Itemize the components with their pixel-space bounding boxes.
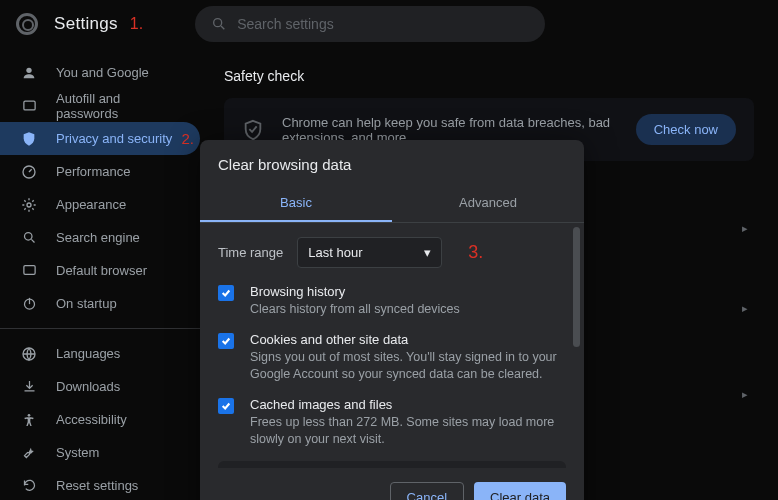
sidebar-item-label: Downloads xyxy=(56,379,120,394)
dialog-title: Clear browsing data xyxy=(200,140,584,173)
svg-point-12 xyxy=(28,414,31,417)
sidebar-item-label: Default browser xyxy=(56,263,147,278)
person-icon xyxy=(20,64,38,82)
download-icon xyxy=(20,378,38,396)
scrollbar[interactable] xyxy=(573,227,580,347)
checkbox-cached[interactable] xyxy=(218,398,234,414)
sidebar-item-downloads[interactable]: Downloads xyxy=(0,370,200,403)
sidebar-item-label: Autofill and passwords xyxy=(56,91,180,121)
sidebar-item-label: On startup xyxy=(56,296,117,311)
shield-check-icon xyxy=(242,119,264,141)
sidebar-item-appearance[interactable]: Appearance xyxy=(0,188,200,221)
annotation-1: 1. xyxy=(130,15,143,33)
checkbox-title: Cached images and files xyxy=(250,397,566,412)
performance-icon xyxy=(20,163,38,181)
sidebar-item-label: Reset settings xyxy=(56,478,138,493)
checkbox-title: Browsing history xyxy=(250,284,566,299)
search-icon xyxy=(211,16,227,32)
sidebar-item-default-browser[interactable]: Default browser xyxy=(0,254,200,287)
sidebar-item-privacy-security[interactable]: Privacy and security2. xyxy=(0,122,200,155)
svg-rect-3 xyxy=(23,101,34,110)
sidebar: You and Google Autofill and passwords Pr… xyxy=(0,48,200,500)
svg-line-1 xyxy=(221,26,224,29)
checkbox-title: Cookies and other site data xyxy=(250,332,566,347)
svg-point-0 xyxy=(214,19,222,27)
google-account-notice: G Search history and other forms of acti… xyxy=(218,461,566,468)
page-title: Settings xyxy=(54,14,118,34)
tab-advanced[interactable]: Advanced xyxy=(392,185,584,222)
sidebar-item-label: Accessibility xyxy=(56,412,127,427)
annotation-2: 2. xyxy=(181,130,194,147)
sidebar-item-label: Languages xyxy=(56,346,120,361)
sidebar-item-system[interactable]: System xyxy=(0,436,200,469)
svg-rect-8 xyxy=(23,266,34,275)
shield-icon xyxy=(20,130,38,148)
time-range-select[interactable]: Last hour ▾ xyxy=(297,237,442,268)
cancel-button[interactable]: Cancel xyxy=(390,482,464,500)
sidebar-item-label: Appearance xyxy=(56,197,126,212)
sidebar-item-on-startup[interactable]: On startup xyxy=(0,287,200,320)
svg-line-7 xyxy=(31,239,34,242)
sidebar-item-label: Privacy and security xyxy=(56,131,172,146)
globe-icon xyxy=(20,345,38,363)
power-icon xyxy=(20,295,38,313)
appearance-icon xyxy=(20,196,38,214)
sidebar-item-label: System xyxy=(56,445,99,460)
autofill-icon xyxy=(20,97,38,115)
chevron-right-icon[interactable]: ▸ xyxy=(742,388,748,401)
sidebar-item-autofill[interactable]: Autofill and passwords xyxy=(0,89,200,122)
check-now-button[interactable]: Check now xyxy=(636,114,736,145)
browser-icon xyxy=(20,262,38,280)
accessibility-icon xyxy=(20,411,38,429)
sidebar-item-languages[interactable]: Languages xyxy=(0,337,200,370)
sidebar-item-label: Search engine xyxy=(56,230,140,245)
svg-point-6 xyxy=(24,233,32,241)
time-range-label: Time range xyxy=(218,245,283,260)
clear-browsing-data-dialog: Clear browsing data Basic Advanced Time … xyxy=(200,140,584,500)
clear-data-button[interactable]: Clear data xyxy=(474,482,566,500)
svg-point-5 xyxy=(27,203,31,207)
time-range-value: Last hour xyxy=(308,245,362,260)
reset-icon xyxy=(20,477,38,495)
checkbox-browsing-history[interactable] xyxy=(218,285,234,301)
checkbox-cookies[interactable] xyxy=(218,333,234,349)
sidebar-item-label: You and Google xyxy=(56,65,149,80)
chrome-icon xyxy=(16,13,38,35)
sidebar-item-you-and-google[interactable]: You and Google xyxy=(0,56,200,89)
search-icon xyxy=(20,229,38,247)
search-input[interactable]: Search settings xyxy=(195,6,545,42)
sidebar-item-performance[interactable]: Performance xyxy=(0,155,200,188)
sidebar-item-reset[interactable]: Reset settings xyxy=(0,469,200,500)
sidebar-item-accessibility[interactable]: Accessibility xyxy=(0,403,200,436)
chevron-right-icon[interactable]: ▸ xyxy=(742,302,748,315)
chevron-down-icon: ▾ xyxy=(424,245,431,260)
wrench-icon xyxy=(20,444,38,462)
annotation-3: 3. xyxy=(468,242,483,263)
checkbox-subtitle: Frees up less than 272 MB. Some sites ma… xyxy=(250,414,566,448)
search-placeholder: Search settings xyxy=(237,16,334,32)
sidebar-item-search-engine[interactable]: Search engine xyxy=(0,221,200,254)
tab-basic[interactable]: Basic xyxy=(200,185,392,222)
safety-check-heading: Safety check xyxy=(224,68,754,84)
checkbox-subtitle: Signs you out of most sites. You'll stay… xyxy=(250,349,566,383)
svg-point-2 xyxy=(26,67,31,72)
sidebar-item-label: Performance xyxy=(56,164,130,179)
chevron-right-icon[interactable]: ▸ xyxy=(742,222,748,235)
checkbox-subtitle: Clears history from all synced devices xyxy=(250,301,566,318)
